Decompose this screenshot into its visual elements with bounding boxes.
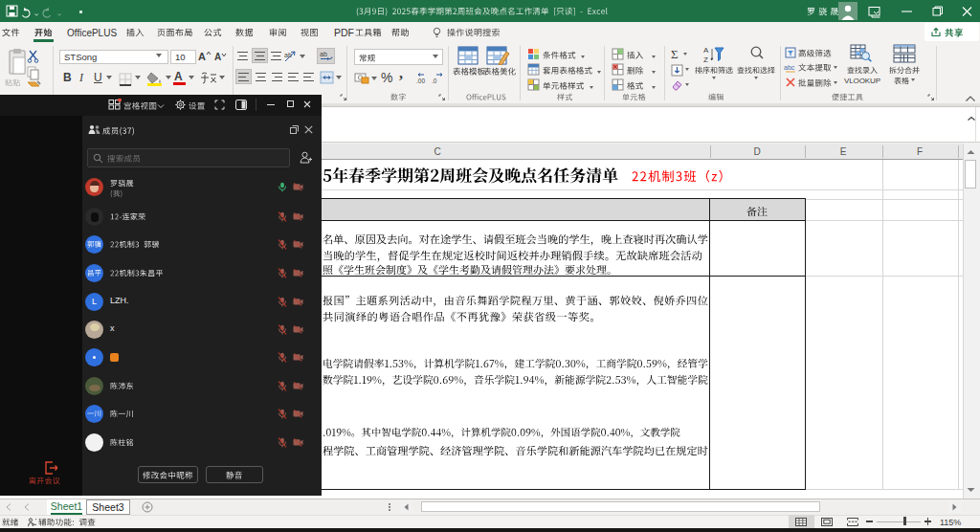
svg-text:ab: ab bbox=[284, 52, 292, 58]
svg-text:ab: ab bbox=[320, 51, 327, 57]
svg-text:Z: Z bbox=[703, 55, 708, 64]
svg-text:A: A bbox=[703, 46, 709, 55]
svg-text:.0: .0 bbox=[432, 78, 437, 84]
svg-text:abc: abc bbox=[784, 64, 795, 71]
svg-text:.00: .00 bbox=[416, 78, 425, 84]
